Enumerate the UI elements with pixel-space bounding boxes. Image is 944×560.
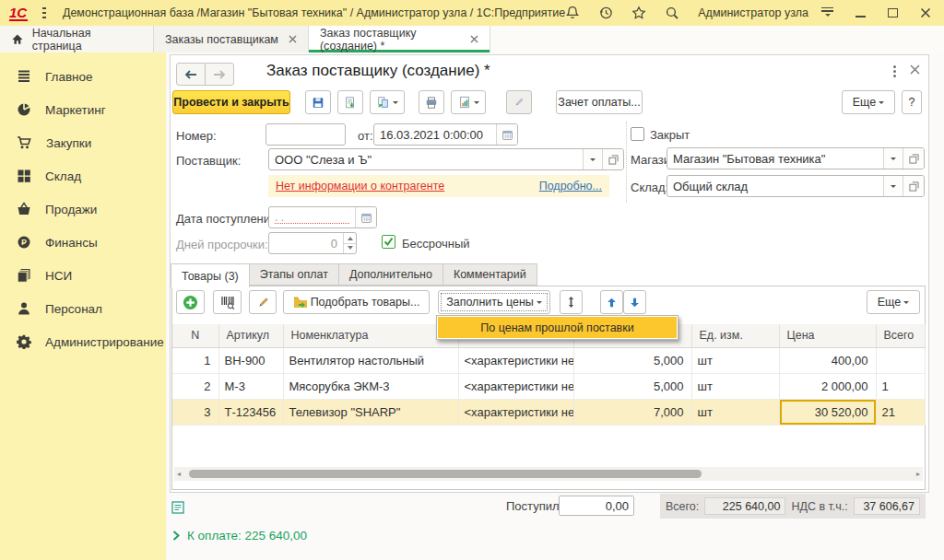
shop-dropdown-button[interactable] — [883, 148, 903, 169]
overdue-days-input[interactable] — [269, 233, 343, 253]
close-window-button[interactable] — [920, 7, 931, 18]
close-tab-icon[interactable] — [470, 35, 478, 43]
table-row[interactable]: 1 ВН-900 Вентилятор настольный <характер… — [172, 347, 925, 373]
spin-up-button[interactable] — [344, 233, 356, 244]
service-menu-icon[interactable] — [821, 7, 833, 19]
dropdown-caret-icon — [891, 158, 896, 163]
post-and-close-button[interactable]: Провести и закрыть — [172, 90, 290, 114]
titlebar: 1С Демонстрационная база /Магазин "Бытов… — [0, 0, 944, 26]
reports-button[interactable] — [451, 90, 486, 114]
col-article[interactable]: Артикул — [218, 324, 283, 347]
menu-item-prices-last-delivery[interactable]: По ценам прошлой поставки — [438, 317, 677, 338]
gear-icon — [17, 334, 31, 349]
warehouse-dropdown-button[interactable] — [883, 176, 903, 196]
tab-label: Заказы поставщикам — [165, 33, 278, 46]
receipt-date-placeholder[interactable]: . . — [275, 210, 349, 224]
subtab-payment-stages[interactable]: Этапы оплат — [250, 263, 339, 286]
barcode-scan-button[interactable] — [213, 290, 242, 314]
create-based-on-button[interactable] — [370, 90, 405, 114]
subtab-comment[interactable]: Комментарий — [443, 263, 537, 286]
save-icon — [312, 96, 324, 110]
nav-back-button[interactable] — [176, 63, 206, 86]
col-n[interactable]: N — [172, 324, 218, 347]
table-row-selected[interactable]: 3 Т-123456 Телевизор "SHARP" <характерис… — [172, 399, 925, 425]
move-row-down-button[interactable] — [623, 290, 646, 314]
counterparty-warning: Нет информации о контрагенте Подробно... — [268, 175, 609, 197]
payment-offset-button[interactable]: Зачет оплаты... — [556, 90, 643, 114]
favorites-star-icon[interactable] — [631, 6, 646, 20]
warehouse-open-button[interactable] — [903, 176, 924, 196]
shop-open-button[interactable] — [903, 148, 924, 169]
calendar-button[interactable] — [496, 124, 517, 145]
sidebar-item-administration[interactable]: Администрирование — [0, 325, 166, 358]
pick-goods-button[interactable]: Подобрать товары... — [283, 290, 430, 314]
received-input[interactable] — [560, 496, 633, 515]
sidebar-item-warehouse[interactable]: Склад — [0, 159, 166, 192]
calendar-button[interactable] — [355, 207, 376, 228]
fill-prices-menu: По ценам прошлой поставки — [436, 315, 678, 340]
col-nomenclature[interactable]: Номенклатура — [283, 324, 458, 347]
sidebar-item-finance[interactable]: P Финансы — [0, 226, 166, 259]
post-document-button[interactable] — [337, 90, 363, 114]
selected-price-cell[interactable]: 30 520,00 — [779, 399, 876, 425]
to-pay-row[interactable]: К оплате: 225 640,00 — [172, 529, 307, 542]
fill-prices-button[interactable]: Заполнить цены — [438, 290, 550, 314]
ruble-icon: P — [17, 235, 31, 250]
sidebar-item-main[interactable]: Главное — [0, 60, 166, 93]
nav-forward-button[interactable] — [205, 63, 234, 86]
search-icon[interactable] — [665, 6, 679, 20]
main-menu-icon[interactable] — [42, 7, 46, 18]
basket-icon — [17, 202, 31, 216]
close-tab-icon[interactable] — [289, 35, 297, 43]
maximize-button[interactable] — [888, 8, 898, 18]
save-button[interactable] — [305, 90, 331, 114]
warehouse-input[interactable] — [667, 176, 883, 196]
scroll-left-arrow[interactable]: ◂ — [174, 467, 183, 481]
subtab-goods[interactable]: Товары (3) — [171, 263, 250, 287]
print-button[interactable] — [419, 90, 444, 114]
resize-rows-button[interactable] — [560, 290, 583, 314]
subtab-additional[interactable]: Дополнительно — [339, 263, 443, 286]
shop-input[interactable] — [667, 148, 883, 169]
date-input[interactable] — [374, 124, 496, 145]
details-link[interactable]: Подробно... — [539, 180, 602, 192]
sidebar-item-sales[interactable]: Продажи — [0, 192, 166, 226]
col-unit[interactable]: Ед. изм. — [691, 324, 779, 347]
number-input[interactable] — [266, 124, 345, 145]
comments-toggle-icon[interactable] — [171, 501, 184, 517]
warning-text[interactable]: Нет информации о контрагенте — [276, 180, 444, 192]
add-row-button[interactable] — [176, 290, 205, 314]
form-close-icon[interactable] — [910, 64, 920, 77]
table-row[interactable]: 2 М-3 Мясорубка ЭКМ-3 <характеристики не… — [172, 373, 925, 399]
tab-supplier-order-create[interactable]: Заказ поставщику (создание) * — [309, 26, 490, 52]
tab-home[interactable]: Начальная страница — [0, 26, 154, 52]
supplier-open-button[interactable] — [602, 149, 623, 169]
spin-down-button[interactable] — [344, 244, 356, 254]
sidebar-item-purchases[interactable]: Закупки — [0, 126, 166, 159]
help-button[interactable]: ? — [902, 90, 922, 114]
supplier-dropdown-button[interactable] — [583, 149, 602, 169]
pie-chart-icon — [17, 102, 31, 117]
move-row-up-button[interactable] — [600, 290, 623, 314]
scroll-right-arrow[interactable]: ▸ — [914, 467, 923, 481]
col-price[interactable]: Цена — [779, 324, 876, 347]
edit-button-disabled[interactable] — [506, 90, 532, 114]
minimize-button[interactable] — [856, 16, 866, 18]
supplier-input[interactable] — [269, 149, 583, 169]
scrollbar-thumb[interactable] — [189, 470, 702, 478]
sidebar-item-marketing[interactable]: Маркетинг — [0, 93, 166, 126]
perpetual-checkbox[interactable] — [382, 235, 395, 249]
sidebar-item-nsi[interactable]: НСИ — [0, 259, 166, 292]
form-menu-kebab-icon[interactable] — [888, 63, 901, 79]
form-more-button[interactable]: Еще — [842, 90, 895, 114]
table-more-button[interactable]: Еще — [867, 290, 920, 314]
col-total[interactable]: Всего — [876, 324, 925, 347]
history-icon[interactable] — [598, 6, 613, 20]
sidebar-item-personnel[interactable]: Персонал — [0, 292, 166, 325]
notifications-bell-icon[interactable] — [565, 6, 580, 20]
tab-supplier-orders-list[interactable]: Заказы поставщикам — [154, 26, 309, 52]
fields-divider — [626, 122, 627, 203]
closed-checkbox[interactable] — [631, 127, 644, 141]
current-user[interactable]: Администратор узла — [698, 6, 808, 19]
edit-row-button[interactable] — [249, 290, 277, 314]
